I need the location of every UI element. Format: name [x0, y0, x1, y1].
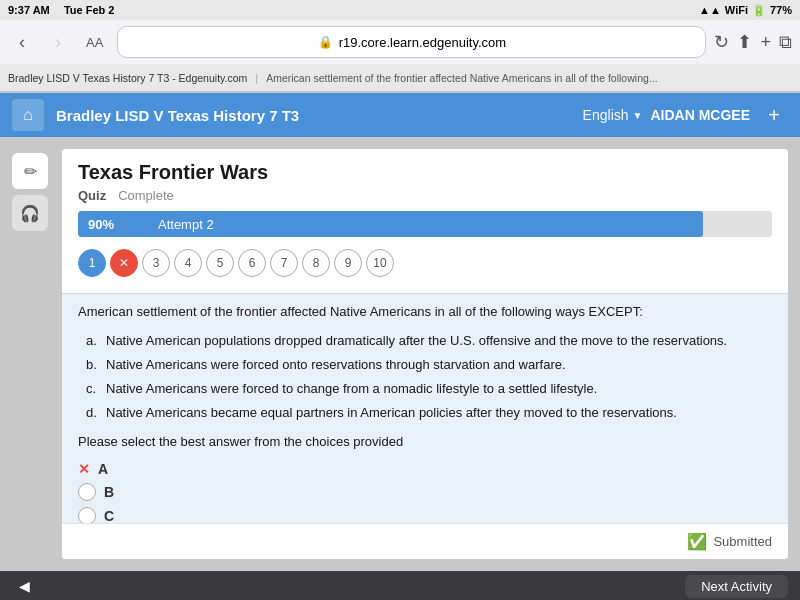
quiz-title: Texas Frontier Wars	[78, 161, 772, 184]
app-nav-title: Bradley LISD V Texas History 7 T3	[56, 107, 583, 124]
choice-row-c[interactable]: C	[78, 507, 772, 523]
wifi-icon: WiFi	[725, 4, 748, 16]
browser-toolbar: ‹ › AA 🔒 r19.core.learn.edgenuity.com ↻ …	[0, 20, 800, 64]
status-bar: 9:37 AM Tue Feb 2 ▲▲ WiFi 🔋 77%	[0, 0, 800, 20]
user-name: AIDAN MCGEE	[650, 107, 750, 123]
audio-tool-button[interactable]: 🎧	[12, 195, 48, 231]
quiz-meta: Quiz Complete	[78, 188, 772, 203]
radio-b	[78, 483, 96, 501]
tab-1[interactable]: Bradley LISD V Texas History 7 T3 - Edge…	[8, 72, 247, 84]
choice-label-c: C	[104, 508, 114, 523]
submitted-badge: ✅ Submitted	[687, 532, 772, 551]
answer-item-b: b. Native Americans were forced onto res…	[86, 356, 772, 374]
app-nav-bar: ⌂ Bradley LISD V Texas History 7 T3 Engl…	[0, 93, 800, 137]
question-body: American settlement of the frontier affe…	[62, 293, 788, 523]
question-number-3[interactable]: 3	[142, 249, 170, 277]
question-number-7[interactable]: 7	[270, 249, 298, 277]
quiz-label: Quiz	[78, 188, 106, 203]
share-button[interactable]: ⬆	[737, 31, 752, 53]
question-number-2[interactable]: ✕	[110, 249, 138, 277]
answer-item-a: a. Native American populations dropped d…	[86, 332, 772, 350]
choice-label-b: B	[104, 484, 114, 500]
reader-mode-button[interactable]: AA	[80, 31, 109, 54]
tabs-button[interactable]: ⧉	[779, 32, 792, 53]
answer-list: a. Native American populations dropped d…	[78, 332, 772, 423]
submitted-bar: ✅ Submitted	[62, 523, 788, 559]
answer-item-d: d. Native Americans became equal partner…	[86, 404, 772, 422]
submitted-checkmark-icon: ✅	[687, 532, 707, 551]
pencil-tool-button[interactable]: ✏	[12, 153, 48, 189]
tab-2[interactable]: American settlement of the frontier affe…	[266, 72, 657, 84]
choice-label-a: A	[98, 461, 108, 477]
back-button[interactable]: ‹	[8, 28, 36, 56]
answer-text-a: Native American populations dropped dram…	[106, 332, 727, 350]
choice-row-a[interactable]: ✕ A	[78, 461, 772, 477]
question-number-5[interactable]: 5	[206, 249, 234, 277]
home-button[interactable]: ⌂	[12, 99, 44, 131]
language-button[interactable]: English ▼	[583, 107, 643, 123]
answer-text-b: Native Americans were forced onto reserv…	[106, 356, 566, 374]
home-icon: ⌂	[23, 106, 33, 124]
progress-container: 90% Attempt 2	[78, 211, 772, 237]
content-panel: Texas Frontier Wars Quiz Complete 90% At…	[62, 149, 788, 559]
app-nav-right: English ▼ AIDAN MCGEE	[583, 107, 750, 123]
battery-icon: 🔋	[752, 4, 766, 17]
quiz-header: Texas Frontier Wars Quiz Complete 90% At…	[62, 149, 788, 293]
question-number-8[interactable]: 8	[302, 249, 330, 277]
progress-score: 90%	[88, 217, 114, 232]
wrong-indicator-a: ✕	[78, 461, 90, 477]
lock-icon: 🔒	[318, 35, 333, 49]
next-activity-button[interactable]: Next Activity	[685, 575, 788, 598]
progress-bar-background: 90% Attempt 2	[78, 211, 772, 237]
url-text: r19.core.learn.edgenuity.com	[339, 35, 506, 50]
quiz-status: Complete	[118, 188, 174, 203]
main-container: ✏ 🎧 Texas Frontier Wars Quiz Complete 90…	[0, 137, 800, 571]
question-numbers: 1 ✕ 3 4 5 6 7 8 9 10	[78, 245, 772, 285]
radio-c	[78, 507, 96, 523]
question-number-4[interactable]: 4	[174, 249, 202, 277]
status-day: Tue Feb 2	[64, 4, 115, 16]
forward-button[interactable]: ›	[44, 28, 72, 56]
answer-text-d: Native Americans became equal partners i…	[106, 404, 677, 422]
tab-bar: Bradley LISD V Texas History 7 T3 - Edge…	[0, 64, 800, 92]
browser-chrome: ‹ › AA 🔒 r19.core.learn.edgenuity.com ↻ …	[0, 20, 800, 93]
add-button[interactable]: +	[760, 101, 788, 129]
status-time: 9:37 AM	[8, 4, 50, 16]
chevron-down-icon: ▼	[633, 110, 643, 121]
bottom-bar: ◀ Next Activity	[0, 571, 800, 600]
battery-percent: 77%	[770, 4, 792, 16]
url-bar[interactable]: 🔒 r19.core.learn.edgenuity.com	[117, 26, 706, 58]
new-tab-button[interactable]: +	[760, 32, 771, 53]
bottom-left-arrow[interactable]: ◀	[12, 574, 36, 598]
submitted-label: Submitted	[713, 534, 772, 549]
instruction-text: Please select the best answer from the c…	[78, 434, 772, 449]
answer-item-c: c. Native Americans were forced to chang…	[86, 380, 772, 398]
choice-row-b[interactable]: B	[78, 483, 772, 501]
answer-choices: ✕ A B C ✓ D	[78, 461, 772, 523]
progress-attempt: Attempt 2	[158, 217, 214, 232]
question-number-6[interactable]: 6	[238, 249, 266, 277]
reload-button[interactable]: ↻	[714, 31, 729, 53]
question-text: American settlement of the frontier affe…	[78, 302, 772, 322]
left-sidebar: ✏ 🎧	[12, 149, 54, 559]
language-label: English	[583, 107, 629, 123]
question-number-10[interactable]: 10	[366, 249, 394, 277]
question-number-9[interactable]: 9	[334, 249, 362, 277]
answer-text-c: Native Americans were forced to change f…	[106, 380, 597, 398]
signal-icon: ▲▲	[699, 4, 721, 16]
question-number-1[interactable]: 1	[78, 249, 106, 277]
